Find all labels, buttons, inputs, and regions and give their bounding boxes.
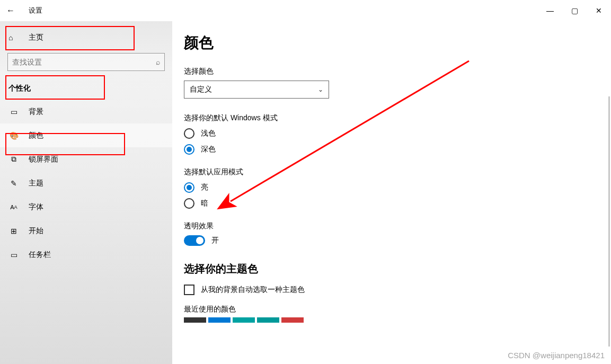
radio-icon <box>184 144 194 155</box>
sidebar-item-label: 任务栏 <box>29 250 51 260</box>
radio-icon <box>184 198 194 209</box>
home-label: 主页 <box>29 33 43 42</box>
checkbox-icon <box>184 285 194 295</box>
sidebar-item-taskbar[interactable]: ▭ 任务栏 <box>0 243 172 267</box>
minimize-button[interactable]: — <box>538 0 562 21</box>
color-swatch[interactable] <box>257 317 279 323</box>
sidebar-item-label: 锁屏界面 <box>29 155 58 164</box>
search-box[interactable]: ⌕ <box>7 53 165 71</box>
color-swatch[interactable] <box>233 317 255 323</box>
recent-colors-label: 最近使用的颜色 <box>184 305 611 314</box>
maximize-button[interactable]: ▢ <box>562 0 587 21</box>
title-bar: ← 设置 — ▢ ✕ <box>0 0 611 21</box>
page-title: 颜色 <box>184 33 611 53</box>
sidebar-item-label: 背景 <box>29 107 43 117</box>
sidebar-item-lockscreen[interactable]: ⧉ 锁屏界面 <box>0 147 172 171</box>
radio-label: 暗 <box>201 199 208 208</box>
sidebar-item-start[interactable]: ⊞ 开始 <box>0 219 172 243</box>
start-icon: ⊞ <box>8 227 19 235</box>
minimize-icon: — <box>546 6 554 15</box>
sidebar-item-fonts[interactable]: AA 字体 <box>0 195 172 219</box>
app-title: 设置 <box>29 6 42 15</box>
windows-mode-light[interactable]: 浅色 <box>184 128 611 139</box>
sidebar-item-label: 字体 <box>29 202 43 212</box>
window-controls: — ▢ ✕ <box>538 0 611 21</box>
search-input[interactable] <box>12 58 156 66</box>
radio-label: 亮 <box>201 183 208 192</box>
app-mode-light[interactable]: 亮 <box>184 182 611 193</box>
radio-label: 浅色 <box>201 129 216 138</box>
choose-color-dropdown[interactable]: 自定义 ⌄ <box>184 81 329 99</box>
content-area: 颜色 选择颜色 自定义 ⌄ 选择你的默认 Windows 模式 浅色 深色 选择… <box>172 21 611 364</box>
picture-icon: ▭ <box>8 108 19 116</box>
color-swatch[interactable] <box>208 317 231 323</box>
lockscreen-icon: ⧉ <box>8 155 19 164</box>
app-mode-dark[interactable]: 暗 <box>184 198 611 209</box>
checkbox-label: 从我的背景自动选取一种主题色 <box>201 285 305 295</box>
chevron-down-icon: ⌄ <box>318 86 323 93</box>
font-icon: AA <box>8 204 19 210</box>
watermark: CSDN @weijianpeng18421 <box>508 351 605 360</box>
maximize-icon: ▢ <box>571 6 578 15</box>
theme-icon: ✎ <box>8 179 19 188</box>
taskbar-icon: ▭ <box>8 251 19 259</box>
home-icon: ⌂ <box>8 33 19 42</box>
auto-accent-checkbox-row[interactable]: 从我的背景自动选取一种主题色 <box>184 285 611 295</box>
recent-colors <box>184 317 611 323</box>
sidebar-item-label: 颜色 <box>29 131 43 140</box>
back-button[interactable]: ← <box>0 0 21 21</box>
color-swatch[interactable] <box>184 317 206 323</box>
sidebar-item-colors[interactable]: 🎨 颜色 <box>0 123 172 147</box>
sidebar-item-label: 开始 <box>29 226 43 236</box>
close-icon: ✕ <box>596 6 602 15</box>
sidebar: ⌂ 主页 ⌕ 个性化 ▭ 背景 🎨 颜色 ⧉ 锁屏界面 ✎ 主题 AA 字体 <box>0 21 172 364</box>
search-icon: ⌕ <box>156 58 160 66</box>
sidebar-item-background[interactable]: ▭ 背景 <box>0 100 172 123</box>
accent-heading: 选择你的主题色 <box>184 262 611 276</box>
app-mode-label: 选择默认应用模式 <box>184 167 611 177</box>
transparency-label: 透明效果 <box>184 221 611 231</box>
palette-icon: 🎨 <box>8 131 19 140</box>
close-button[interactable]: ✕ <box>587 0 611 21</box>
toggle-value: 开 <box>211 236 219 245</box>
home-link[interactable]: ⌂ 主页 <box>0 26 172 49</box>
scrollbar[interactable] <box>608 96 610 347</box>
transparency-toggle[interactable] <box>184 235 205 246</box>
choose-color-label: 选择颜色 <box>184 67 611 76</box>
dropdown-value: 自定义 <box>190 85 212 94</box>
sidebar-item-themes[interactable]: ✎ 主题 <box>0 171 172 195</box>
windows-mode-dark[interactable]: 深色 <box>184 144 611 155</box>
sidebar-item-label: 主题 <box>29 179 43 188</box>
back-arrow-icon: ← <box>6 6 15 15</box>
color-swatch[interactable] <box>281 317 304 323</box>
radio-icon <box>184 128 194 139</box>
category-heading: 个性化 <box>0 76 172 100</box>
windows-mode-label: 选择你的默认 Windows 模式 <box>184 113 611 123</box>
radio-label: 深色 <box>201 145 216 154</box>
radio-icon <box>184 182 194 193</box>
